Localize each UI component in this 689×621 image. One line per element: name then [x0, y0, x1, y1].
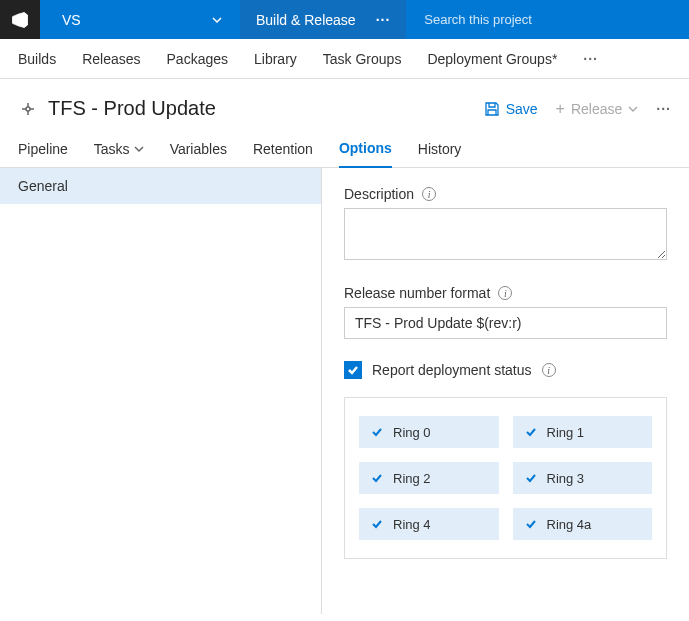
- report-status-checkbox[interactable]: [344, 361, 362, 379]
- tab-retention[interactable]: Retention: [253, 140, 313, 167]
- plus-icon: +: [556, 100, 565, 118]
- save-button[interactable]: Save: [484, 101, 538, 117]
- release-format-label: Release number format: [344, 285, 490, 301]
- more-actions-icon[interactable]: ···: [656, 101, 671, 117]
- info-icon[interactable]: i: [422, 187, 436, 201]
- nav-task-groups[interactable]: Task Groups: [323, 51, 402, 67]
- search-box[interactable]: Search this project: [406, 0, 689, 39]
- hub-more-icon[interactable]: ···: [376, 12, 391, 28]
- tab-history[interactable]: History: [418, 140, 462, 167]
- ring-label: Ring 1: [547, 425, 585, 440]
- check-icon: [371, 518, 383, 530]
- search-placeholder: Search this project: [424, 12, 532, 27]
- release-format-section: Release number format i: [344, 285, 689, 339]
- title-bar: TFS - Prod Update Save + Release ···: [0, 79, 689, 128]
- chevron-down-icon: [212, 15, 222, 25]
- top-bar: VS Build & Release ··· Search this proje…: [0, 0, 689, 39]
- options-sidebar: General: [0, 168, 322, 614]
- rings-container: Ring 0 Ring 1 Ring 2 Ring 3 Ring 4: [344, 397, 667, 559]
- hub-label: Build & Release: [256, 12, 356, 28]
- check-icon: [371, 426, 383, 438]
- ring-item[interactable]: Ring 0: [359, 416, 499, 448]
- hub-build-release[interactable]: Build & Release ···: [240, 0, 406, 39]
- check-icon: [525, 426, 537, 438]
- chevron-down-icon: [628, 104, 638, 114]
- nav-builds[interactable]: Builds: [18, 51, 56, 67]
- ring-item[interactable]: Ring 4: [359, 508, 499, 540]
- options-panel: Description i Release number format i Re…: [322, 168, 689, 614]
- ring-item[interactable]: Ring 2: [359, 462, 499, 494]
- check-icon: [347, 364, 359, 376]
- info-icon[interactable]: i: [498, 286, 512, 300]
- report-status-label: Report deployment status: [372, 362, 532, 378]
- report-status-row: Report deployment status i: [344, 361, 689, 379]
- description-label: Description: [344, 186, 414, 202]
- ring-label: Ring 3: [547, 471, 585, 486]
- description-section: Description i: [344, 186, 689, 263]
- check-icon: [371, 472, 383, 484]
- nav-releases[interactable]: Releases: [82, 51, 140, 67]
- nav-library[interactable]: Library: [254, 51, 297, 67]
- tab-pipeline[interactable]: Pipeline: [18, 140, 68, 167]
- tab-variables[interactable]: Variables: [170, 140, 227, 167]
- check-icon: [525, 472, 537, 484]
- svg-point-0: [26, 107, 30, 111]
- sidebar-item-general[interactable]: General: [0, 168, 321, 204]
- save-icon: [484, 101, 500, 117]
- tab-tasks-label: Tasks: [94, 141, 130, 157]
- release-definition-icon: [18, 99, 38, 119]
- info-icon[interactable]: i: [542, 363, 556, 377]
- tab-options[interactable]: Options: [339, 140, 392, 168]
- ring-item[interactable]: Ring 1: [513, 416, 653, 448]
- project-name: VS: [62, 12, 81, 28]
- ring-label: Ring 0: [393, 425, 431, 440]
- description-input[interactable]: [344, 208, 667, 260]
- vsts-logo-icon: [10, 10, 30, 30]
- page-title: TFS - Prod Update: [48, 97, 216, 120]
- content-split: General Description i Release number for…: [0, 168, 689, 614]
- nav-more-icon[interactable]: ···: [583, 51, 598, 67]
- chevron-down-icon: [134, 144, 144, 154]
- check-icon: [525, 518, 537, 530]
- release-label: Release: [571, 101, 622, 117]
- ring-item[interactable]: Ring 4a: [513, 508, 653, 540]
- ring-label: Ring 4a: [547, 517, 592, 532]
- project-selector[interactable]: VS: [40, 0, 240, 39]
- ring-item[interactable]: Ring 3: [513, 462, 653, 494]
- tab-tasks[interactable]: Tasks: [94, 140, 144, 167]
- secondary-nav: Builds Releases Packages Library Task Gr…: [0, 39, 689, 79]
- definition-tabs: Pipeline Tasks Variables Retention Optio…: [0, 128, 689, 168]
- release-button[interactable]: + Release: [556, 100, 639, 118]
- ring-label: Ring 2: [393, 471, 431, 486]
- nav-deployment-groups[interactable]: Deployment Groups*: [427, 51, 557, 67]
- nav-packages[interactable]: Packages: [167, 51, 228, 67]
- save-label: Save: [506, 101, 538, 117]
- product-logo[interactable]: [0, 0, 40, 39]
- ring-label: Ring 4: [393, 517, 431, 532]
- release-format-input[interactable]: [344, 307, 667, 339]
